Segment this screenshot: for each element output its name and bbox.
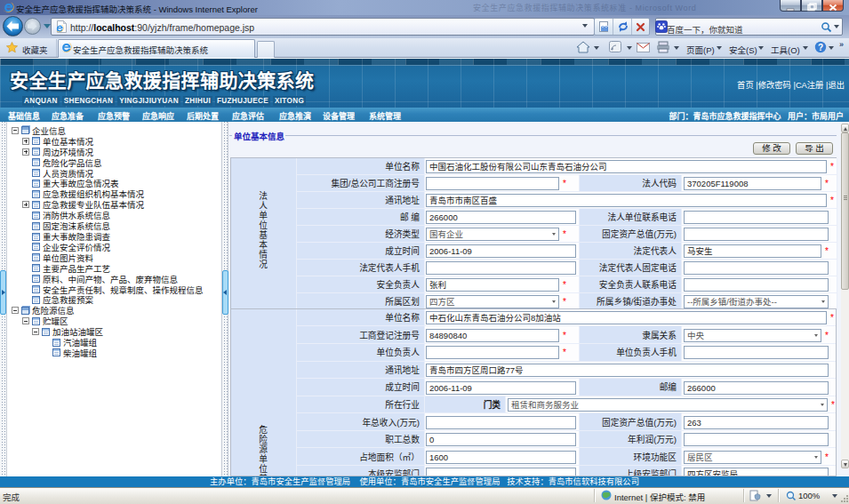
svg-text:?: ? — [818, 43, 823, 52]
